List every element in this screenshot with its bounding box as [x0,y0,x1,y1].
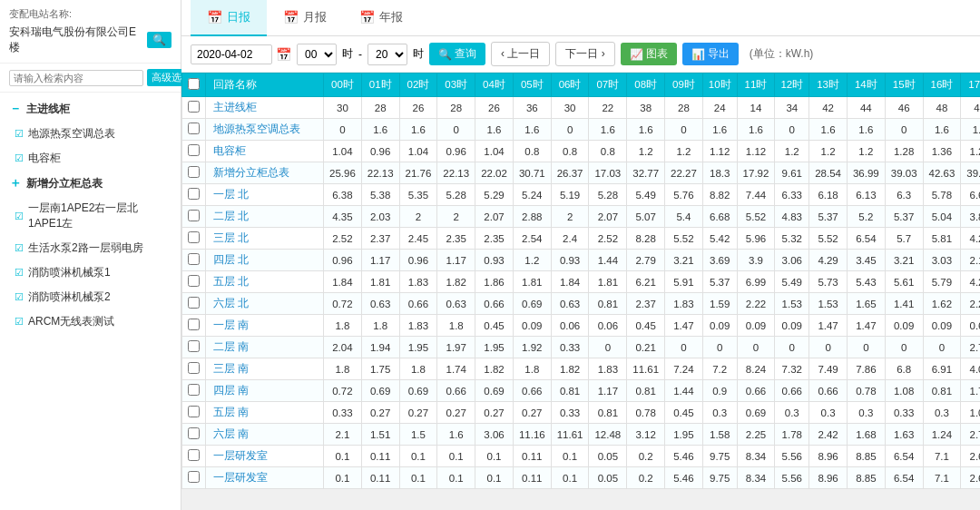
check-icon: ☑ [15,152,24,164]
tree-item-fire-machine2[interactable]: ☑ 消防喷淋机械泵2 [0,285,181,309]
prev-day-button[interactable]: ‹ 上一日 [491,42,550,66]
row-value: 5.2 [847,206,885,228]
data-table-wrapper: 回路名称 00时 01时 02时 03时 04时 05时 06时 07时 08时… [181,73,980,510]
row-value: 0.69 [361,380,399,402]
tree-item-fire-machine1[interactable]: ☑ 消防喷淋机械泵1 [0,260,181,285]
row-value: 2.64 [961,446,980,467]
row-value: 5.28 [589,184,627,206]
row-value: 6.33 [775,184,809,206]
row-value: 8.82 [702,184,737,206]
export-icon: 📊 [691,48,705,61]
search-input[interactable] [9,70,143,86]
table-row: 一层研发室0.10.110.10.10.10.110.10.050.25.469… [182,467,981,489]
table-row: 电容柜1.040.961.040.961.040.80.80.81.21.21.… [182,141,981,162]
row-value: 6.68 [702,206,737,228]
min-select[interactable]: 20 [368,44,407,65]
row-checkbox[interactable] [188,188,200,200]
row-checkbox[interactable] [188,319,200,330]
row-value: 1.63 [885,424,923,446]
row-checkbox[interactable] [188,449,200,461]
row-checkbox[interactable] [188,471,200,483]
row-value: 5.49 [627,184,665,206]
row-checkbox[interactable] [188,297,200,309]
tab-monthly[interactable]: 📅 月报 [267,0,343,36]
row-value: 22.13 [437,162,475,184]
query-button[interactable]: 🔍 查询 [429,43,485,65]
row-value: 7.32 [775,358,809,380]
row-value: 2.03 [361,206,399,228]
chart-button[interactable]: 📈 图表 [621,43,677,65]
row-value: 0.66 [513,380,551,402]
row-checkbox[interactable] [188,253,200,265]
next-day-button[interactable]: 下一日 › [555,42,614,66]
table-row: 主进线柜302826282636302238282414344244464844… [182,97,981,119]
date-input[interactable] [191,44,272,64]
row-checkbox[interactable] [188,123,200,134]
tree-item-floor1-ape[interactable]: ☑ 一层南1APE2右一层北1APE1左 [0,196,181,236]
tree-item-arcm[interactable]: ☑ ARCM无线表测试 [0,309,181,334]
row-value: 0.3 [923,402,961,424]
row-checkbox[interactable] [188,101,200,113]
tree-item-water-pump[interactable]: ☑ 生活水泵2路一层弱电房 [0,236,181,260]
row-checkbox-cell [182,337,206,358]
row-value: 0.27 [437,402,475,424]
row-value: 0.3 [702,402,737,424]
row-value: 6.8 [885,358,923,380]
row-value: 1.6 [923,119,961,141]
row-value: 5.46 [665,467,703,489]
row-value: 1.81 [513,271,551,293]
row-checkbox[interactable] [188,406,200,417]
row-value: 0.72 [324,293,362,315]
row-value: 7.86 [847,358,885,380]
row-value: 1.08 [961,402,980,424]
row-value: 1.84 [551,271,589,293]
check-icon: ☑ [15,267,24,279]
tree-group-new-split[interactable]: ＋ 新增分立柜总表 [0,171,181,196]
th-17: 17时 [961,74,980,97]
row-value: 7.44 [737,184,775,206]
row-checkbox[interactable] [188,275,200,287]
row-value: 0.1 [475,446,514,467]
row-checkbox[interactable] [188,144,200,156]
th-10: 10时 [702,74,737,97]
row-value: 6.54 [847,228,885,250]
th-09: 09时 [665,74,703,97]
tab-yearly[interactable]: 📅 年报 [343,0,419,36]
row-value: 0.1 [437,467,475,489]
row-value: 8.85 [847,467,885,489]
tree-group-main-cabinet[interactable]: － 主进线柜 [0,96,181,122]
row-checkbox[interactable] [188,231,200,243]
row-checkbox[interactable] [188,427,200,439]
row-value: 1.78 [775,424,809,446]
hour-select[interactable]: 00 01 [297,44,337,65]
row-checkbox[interactable] [188,166,200,178]
row-value: 1.86 [475,271,514,293]
row-value: 2.25 [737,424,775,446]
table-row: 五层 北1.841.811.831.821.861.811.841.816.21… [182,271,981,293]
row-value: 5.56 [775,446,809,467]
row-value: 0 [775,119,809,141]
row-value: 1.53 [809,293,848,315]
row-value: 0.45 [665,402,703,424]
tree-item-geo-ac-total[interactable]: ☑ 地源热泵空调总表 [0,122,181,146]
row-value: 11.61 [551,424,589,446]
select-all-checkbox[interactable] [188,78,200,90]
row-value: 0 [885,119,923,141]
row-checkbox[interactable] [188,362,200,374]
min-label: 时 [413,46,424,62]
row-value: 2.37 [627,293,665,315]
row-value: 26.37 [551,162,589,184]
station-search-button[interactable]: 🔍 [147,32,172,48]
row-checkbox[interactable] [188,384,200,396]
row-value: 1.8 [324,315,362,337]
row-value: 2.71 [961,337,980,358]
export-button[interactable]: 📊 导出 [682,43,739,65]
calendar-icon: 📅 [359,10,375,25]
tab-daily[interactable]: 📅 日报 [191,0,267,36]
row-value: 2.52 [589,228,627,250]
row-checkbox[interactable] [188,210,200,221]
row-value: 1.2 [665,141,703,162]
row-checkbox[interactable] [188,340,200,352]
row-value: 1.83 [665,293,703,315]
tree-item-elec-cabinet[interactable]: ☑ 电容柜 [0,146,181,171]
